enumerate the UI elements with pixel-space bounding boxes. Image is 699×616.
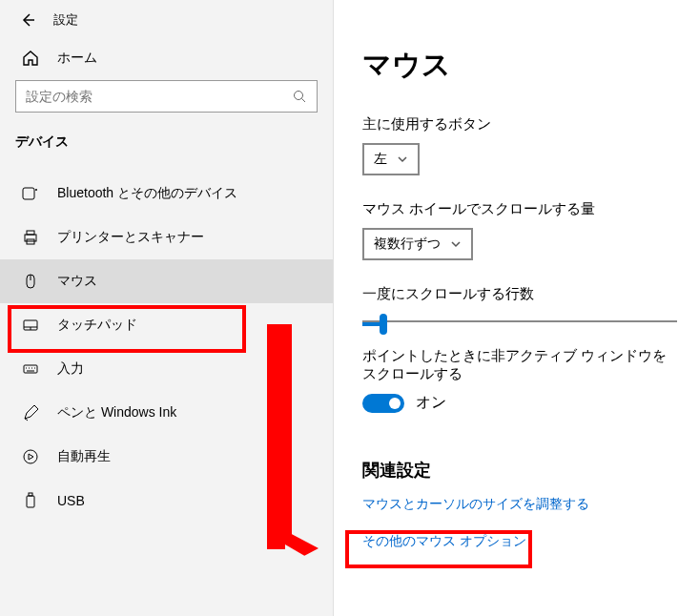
wheel-scroll-dropdown[interactable]: 複数行ずつ [362, 228, 473, 260]
primary-button-label: 主に使用するボタン [362, 115, 674, 133]
link-cursor-size[interactable]: マウスとカーソルのサイズを調整する [362, 496, 589, 513]
home-label: ホーム [57, 50, 97, 67]
wheel-scroll-label: マウス ホイールでスクロールする量 [362, 200, 674, 218]
keyboard-icon [21, 360, 40, 378]
touchpad-icon [21, 317, 40, 334]
slider-thumb[interactable] [380, 314, 387, 335]
svg-rect-19 [27, 496, 34, 507]
nav-typing[interactable]: 入力 [0, 347, 333, 391]
printer-icon [21, 229, 40, 246]
nav-label: USB [57, 493, 85, 508]
nav-usb[interactable]: USB [0, 479, 333, 523]
nav-label: タッチパッド [57, 317, 137, 334]
nav-bluetooth[interactable]: Bluetooth とその他のデバイス [0, 172, 333, 216]
nav-touchpad[interactable]: タッチパッド [0, 303, 333, 347]
inactive-scroll-label: ポイントしたときに非アクティブ ウィンドウをスクロールする [362, 347, 674, 383]
svg-point-3 [35, 189, 37, 191]
nav-mouse[interactable]: マウス [0, 259, 333, 303]
primary-button-dropdown[interactable]: 左 [362, 143, 420, 175]
home-icon [21, 50, 40, 67]
bluetooth-icon [21, 185, 40, 202]
back-icon[interactable] [19, 11, 36, 29]
svg-rect-2 [23, 188, 34, 199]
svg-point-0 [295, 92, 303, 100]
settings-title: 設定 [53, 11, 78, 29]
inactive-scroll-toggle[interactable] [362, 394, 404, 413]
search-input[interactable] [26, 89, 292, 104]
search-icon [292, 89, 307, 104]
category-heading: デバイス [0, 124, 333, 158]
nav-label: ペンと Windows Ink [57, 404, 176, 421]
usb-icon [21, 492, 40, 509]
mouse-icon [21, 273, 40, 290]
related-heading: 関連設定 [362, 459, 674, 482]
nav-label: Bluetooth とその他のデバイス [57, 185, 237, 202]
dropdown-value: 複数行ずつ [374, 236, 441, 253]
svg-rect-5 [27, 231, 34, 235]
dropdown-value: 左 [374, 151, 387, 168]
toggle-state: オン [416, 393, 446, 413]
chevron-down-icon [397, 154, 408, 165]
svg-rect-12 [24, 365, 37, 373]
nav-pen[interactable]: ペンと Windows Ink [0, 391, 333, 435]
toggle-knob [389, 398, 401, 409]
svg-line-1 [302, 99, 306, 103]
autoplay-icon [21, 448, 40, 465]
link-additional-mouse-options[interactable]: その他のマウス オプション [362, 533, 526, 550]
nav-label: マウス [57, 273, 97, 290]
svg-rect-20 [29, 493, 32, 496]
chevron-down-icon [450, 238, 462, 250]
nav-autoplay[interactable]: 自動再生 [0, 435, 333, 479]
page-title: マウス [362, 46, 674, 85]
nav-home[interactable]: ホーム [0, 36, 333, 80]
nav-printers[interactable]: プリンターとスキャナー [0, 216, 333, 259]
nav-label: 自動再生 [57, 448, 111, 465]
search-box[interactable] [15, 80, 318, 113]
svg-point-18 [24, 450, 37, 463]
nav-label: 入力 [57, 360, 84, 378]
nav-label: プリンターとスキャナー [57, 229, 204, 246]
lines-scroll-label: 一度にスクロールする行数 [362, 285, 674, 303]
pen-icon [21, 404, 40, 421]
lines-slider[interactable] [362, 320, 677, 322]
